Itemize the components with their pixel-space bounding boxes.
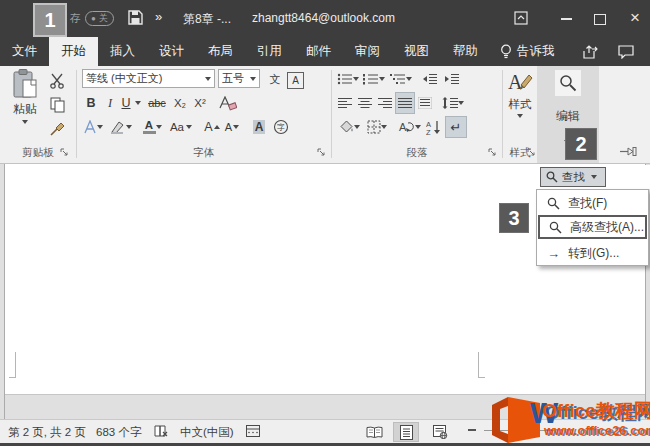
text-effects-icon[interactable] — [81, 117, 105, 137]
tell-me-box[interactable]: 告诉我 — [490, 37, 565, 66]
save-icon[interactable] — [128, 10, 143, 25]
clipboard-icon — [12, 69, 38, 99]
tab-file[interactable]: 文件 — [0, 37, 49, 66]
paragraph-group: A AZ ↵ 段落 — [332, 66, 502, 163]
increase-indent-icon[interactable] — [442, 69, 462, 89]
page-info[interactable]: 第 2 页, 共 2 页 — [8, 425, 86, 440]
character-border-icon[interactable]: A — [287, 70, 304, 90]
cut-icon[interactable] — [46, 71, 68, 91]
subscript-button[interactable]: X₂ — [171, 93, 189, 113]
language-status[interactable]: 中文(中国) — [180, 425, 234, 440]
tab-layout[interactable]: 布局 — [196, 37, 245, 66]
tab-home[interactable]: 开始 — [49, 37, 98, 66]
find-split-button[interactable]: 查找 — [540, 167, 606, 187]
tab-insert[interactable]: 插入 — [98, 37, 147, 66]
find-icon — [546, 171, 558, 183]
menu-item-find[interactable]: 查找(F) — [538, 191, 647, 215]
paste-label: 粘贴 — [13, 101, 37, 118]
tab-view[interactable]: 视图 — [392, 37, 441, 66]
minimize-button[interactable] — [556, 9, 576, 29]
tell-me-label: 告诉我 — [517, 43, 555, 60]
bold-button[interactable]: B — [83, 93, 99, 113]
phonetic-guide-icon[interactable]: 文 — [265, 69, 285, 89]
paragraph-dialog-launcher-icon[interactable] — [488, 148, 498, 158]
font-dialog-launcher-icon[interactable] — [317, 148, 327, 158]
tab-references[interactable]: 引用 — [245, 37, 294, 66]
font-size-combo[interactable]: 五号 — [218, 69, 260, 88]
multilevel-list-icon[interactable] — [388, 69, 414, 89]
menu-item-advanced-find[interactable]: 高级查找(A)... — [538, 215, 647, 239]
superscript-button[interactable]: X² — [191, 93, 209, 113]
clear-formatting-icon[interactable] — [217, 93, 239, 113]
maximize-button[interactable] — [590, 9, 610, 29]
character-shading-icon[interactable]: A — [249, 117, 269, 137]
crop-mark-right — [478, 352, 479, 378]
distribute-icon[interactable] — [416, 93, 434, 113]
menu-item-goto[interactable]: → 转到(G)... — [538, 241, 647, 265]
shading-icon[interactable] — [336, 117, 362, 137]
clipboard-dialog-launcher-icon[interactable] — [60, 148, 70, 158]
quick-access-more-icon[interactable]: » — [155, 9, 162, 24]
styles-button[interactable]: A 样式 — [504, 69, 536, 142]
web-layout-view-icon[interactable] — [428, 423, 452, 441]
font-color-icon[interactable]: A — [139, 117, 165, 137]
show-marks-icon[interactable]: ↵ — [446, 117, 466, 137]
zoom-slider[interactable] — [484, 430, 554, 431]
font-name-combo[interactable]: 等线 (中文正文) — [82, 69, 215, 88]
asian-layout-icon[interactable]: A — [396, 117, 422, 137]
format-painter-icon[interactable] — [46, 119, 68, 139]
copy-icon[interactable] — [46, 95, 68, 115]
align-left-icon[interactable] — [336, 93, 354, 113]
paragraph-group-label: 段落 — [332, 146, 502, 160]
svg-text:A: A — [508, 71, 523, 93]
underline-button[interactable]: U — [119, 93, 133, 113]
grow-font-icon[interactable]: A — [203, 117, 221, 137]
text-highlight-icon[interactable] — [107, 117, 135, 137]
bullets-icon[interactable] — [336, 69, 360, 89]
input-mode-icon[interactable] — [246, 425, 260, 437]
shrink-font-icon[interactable]: A — [223, 117, 241, 137]
strikethrough-button[interactable]: abc — [145, 93, 169, 113]
align-center-icon[interactable] — [356, 93, 374, 113]
editing-label: 编辑 — [537, 108, 599, 125]
annotation-step-2: 2 — [565, 128, 597, 160]
autosave-toggle[interactable]: 存 ●关 — [70, 0, 114, 37]
title-bar: 存 ●关 » 第8章 -... zhangtt8464@outlook.com … — [0, 0, 650, 37]
account-email[interactable]: zhangtt8464@outlook.com — [252, 11, 395, 25]
pin-ribbon-icon[interactable] — [620, 146, 637, 157]
justify-icon[interactable] — [396, 93, 414, 113]
toggle-dot-icon: ● — [91, 15, 96, 23]
ribbon-display-options-icon[interactable] — [512, 9, 530, 27]
enclose-characters-icon[interactable]: 字 — [271, 117, 291, 137]
tab-help[interactable]: 帮助 — [441, 37, 490, 66]
find-menu: 查找(F) 高级查找(A)... → 转到(G)... — [536, 189, 649, 266]
read-mode-view-icon[interactable] — [362, 423, 386, 441]
close-button[interactable]: × — [625, 6, 645, 30]
borders-icon[interactable] — [364, 117, 390, 137]
numbering-icon[interactable] — [362, 69, 386, 89]
paste-dropdown-icon — [22, 120, 28, 124]
tab-mailings[interactable]: 邮件 — [294, 37, 343, 66]
sort-icon[interactable]: AZ — [424, 117, 444, 137]
tab-design[interactable]: 设计 — [147, 37, 196, 66]
word-count[interactable]: 683 个字 — [96, 425, 141, 440]
change-case-icon[interactable]: Aa — [167, 117, 195, 137]
decrease-indent-icon[interactable] — [420, 69, 440, 89]
zoom-out-button[interactable] — [468, 429, 476, 431]
italic-button[interactable]: I — [103, 93, 117, 113]
autosave-label: 存 — [70, 11, 81, 26]
ribbon-tabs-bar: 文件 开始 插入 设计 布局 引用 邮件 审阅 视图 帮助 告诉我 — [0, 37, 650, 66]
crop-mark-left-h — [9, 377, 16, 378]
font-size-dropdown-icon — [250, 77, 256, 81]
proofing-status-icon[interactable] — [154, 425, 169, 438]
line-spacing-icon[interactable] — [440, 93, 466, 113]
paste-button[interactable]: 粘贴 — [6, 69, 44, 142]
tab-review[interactable]: 审阅 — [343, 37, 392, 66]
share-icon[interactable] — [583, 45, 598, 59]
print-layout-view-icon[interactable] — [394, 423, 418, 441]
styles-dialog-launcher-icon[interactable] — [527, 148, 537, 158]
underline-dropdown-icon[interactable] — [134, 93, 142, 113]
lightbulb-icon — [500, 44, 512, 59]
align-right-icon[interactable] — [376, 93, 394, 113]
comments-icon[interactable] — [618, 45, 634, 59]
